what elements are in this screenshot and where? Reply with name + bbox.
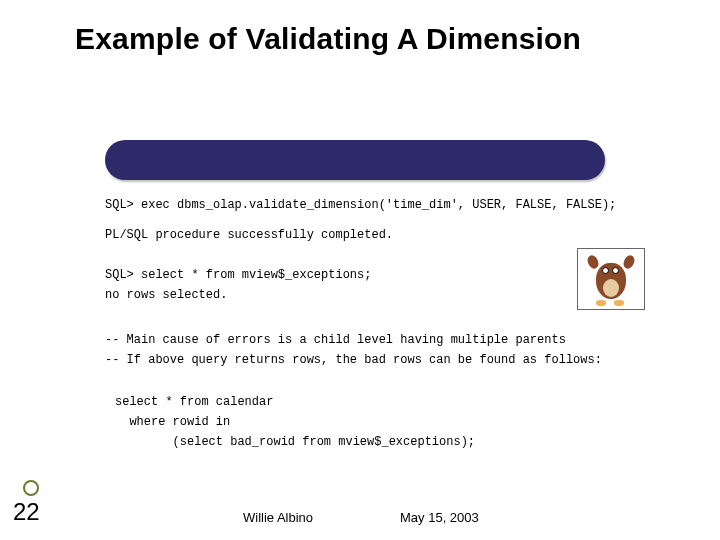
divider-bar: [105, 140, 605, 180]
slide: Example of Validating A Dimension SQL> e…: [0, 0, 720, 540]
code-line-select2: select * from calendar where rowid in (s…: [115, 392, 475, 452]
footer-date: May 15, 2003: [400, 510, 479, 525]
slide-title: Example of Validating A Dimension: [75, 22, 581, 56]
code-line-comments: -- Main cause of errors is a child level…: [105, 330, 602, 370]
footer-author: Willie Albino: [243, 510, 313, 525]
slide-number: 22: [13, 498, 40, 526]
code-line-result: PL/SQL procedure successfully completed.: [105, 225, 393, 245]
code-line-exec: SQL> exec dbms_olap.validate_dimension('…: [105, 195, 616, 215]
code-line-select1: SQL> select * from mview$_exceptions; no…: [105, 265, 371, 305]
bullet-icon: [23, 480, 39, 496]
cartoon-taz-icon: [577, 248, 645, 310]
